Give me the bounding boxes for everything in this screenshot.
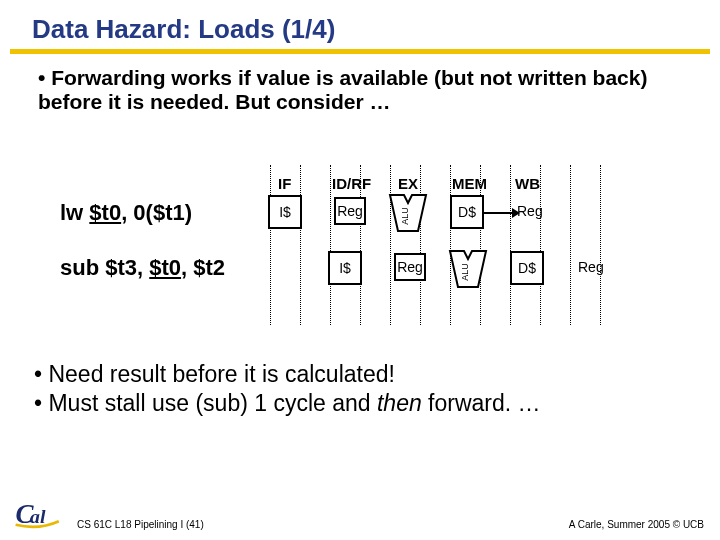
bullet-must-stall: • Must stall use (sub) 1 cycle and then …	[34, 389, 692, 418]
cal-logo-icon: C al	[12, 494, 66, 534]
svg-text:ALU: ALU	[400, 207, 410, 225]
instr-sub: sub $t3, $t0, $t2	[60, 255, 225, 281]
svg-text:al: al	[30, 505, 46, 527]
slide-title: Data Hazard: Loads (1/4)	[10, 0, 710, 54]
pipeline-diagram: IF ID/RF EX MEM WB lw $t0, 0($t1) sub $t…	[40, 155, 680, 335]
sub-dcache: D$	[510, 251, 544, 285]
bullet-need-result: • Need result before it is calculated!	[34, 360, 692, 389]
stage-ex: EX	[398, 175, 418, 192]
lw-reg1: Reg	[334, 197, 366, 225]
sub-reg1: Reg	[394, 253, 426, 281]
lw-arrow-icon	[484, 207, 520, 219]
lw-icache: I$	[268, 195, 302, 229]
stage-wb: WB	[515, 175, 540, 192]
stage-if: IF	[278, 175, 291, 192]
svg-text:ALU: ALU	[460, 263, 470, 281]
lw-dcache: D$	[450, 195, 484, 229]
instr-lw: lw $t0, 0($t1)	[60, 200, 192, 226]
sub-alu-icon: ALU	[448, 249, 488, 289]
stage-id: ID/RF	[332, 175, 371, 192]
sub-icache: I$	[328, 251, 362, 285]
svg-marker-3	[512, 208, 520, 218]
footer-left: CS 61C L18 Pipelining I (41)	[77, 519, 204, 530]
lw-reg2: Reg	[517, 203, 543, 219]
bullet-top: • Forwarding works if value is available…	[0, 54, 720, 114]
sub-reg2: Reg	[578, 259, 604, 275]
stage-mem: MEM	[452, 175, 487, 192]
lw-alu-icon: ALU	[388, 193, 428, 233]
footer-right: A Carle, Summer 2005 © UCB	[569, 519, 704, 530]
